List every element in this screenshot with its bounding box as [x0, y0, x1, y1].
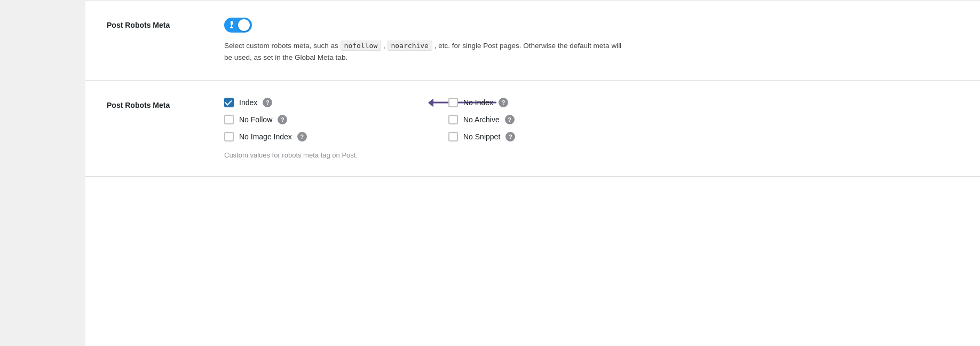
checkbox-item-no-image-index: No Image Index ?	[224, 132, 427, 141]
section2-content: Index ? No Index ?	[224, 98, 959, 159]
help-icon-no-index[interactable]: ?	[499, 98, 508, 107]
checkbox-no-image-index[interactable]	[224, 132, 234, 141]
checkbox-label-no-image-index: No Image Index	[239, 132, 292, 141]
svg-rect-0	[231, 21, 233, 25]
checkbox-label-no-archive: No Archive	[463, 115, 500, 124]
page-wrapper: Post Robots Meta	[0, 0, 980, 346]
help-icon-index[interactable]: ?	[263, 98, 272, 107]
checkbox-label-index: Index	[239, 98, 257, 107]
section2-label: Post Robots Meta	[107, 98, 224, 109]
help-icon-no-archive[interactable]: ?	[505, 115, 515, 124]
checkbox-item-no-index: No Index ?	[448, 98, 651, 107]
bottom-divider	[85, 177, 980, 177]
checkbox-item-no-archive: No Archive ?	[448, 115, 651, 124]
main-content: Post Robots Meta	[85, 0, 980, 346]
section1-content: Select custom robots meta, such as nofol…	[224, 18, 959, 63]
help-icon-no-follow[interactable]: ?	[278, 115, 287, 124]
checkbox-item-no-follow: No Follow ?	[224, 115, 427, 124]
checkbox-no-follow[interactable]	[224, 115, 234, 124]
toggle-container	[224, 18, 959, 33]
sidebar	[0, 0, 85, 346]
section-post-robots-meta-checkboxes: Post Robots Meta Index ?	[85, 81, 980, 177]
code-nofollow: nofollow	[341, 41, 382, 51]
section2-helper-text: Custom values for robots meta tag on Pos…	[224, 151, 959, 159]
checkbox-item-no-snippet: No Snippet ?	[448, 132, 651, 141]
checkbox-label-no-index: No Index	[463, 98, 493, 107]
help-icon-no-image-index[interactable]: ?	[297, 132, 307, 141]
section1-label: Post Robots Meta	[107, 18, 224, 29]
help-icon-no-snippet[interactable]: ?	[505, 132, 515, 141]
section1-description: Select custom robots meta, such as nofol…	[224, 40, 625, 63]
code-noarchive: noarchive	[388, 41, 432, 51]
checkbox-label-no-follow: No Follow	[239, 115, 272, 124]
robots-meta-toggle[interactable]	[224, 18, 252, 33]
checkbox-no-index[interactable]	[448, 98, 458, 107]
toggle-icon	[228, 21, 235, 28]
checkbox-no-snippet[interactable]	[448, 132, 458, 141]
section-post-robots-meta-toggle: Post Robots Meta	[85, 1, 980, 81]
checkbox-label-no-snippet: No Snippet	[463, 132, 500, 141]
checkbox-index[interactable]	[224, 98, 234, 107]
checkbox-item-index: Index ?	[224, 98, 427, 107]
toggle-track	[224, 18, 252, 33]
toggle-thumb	[238, 19, 250, 31]
checkboxes-grid: Index ? No Index ?	[224, 98, 651, 141]
checkbox-no-archive[interactable]	[448, 115, 458, 124]
